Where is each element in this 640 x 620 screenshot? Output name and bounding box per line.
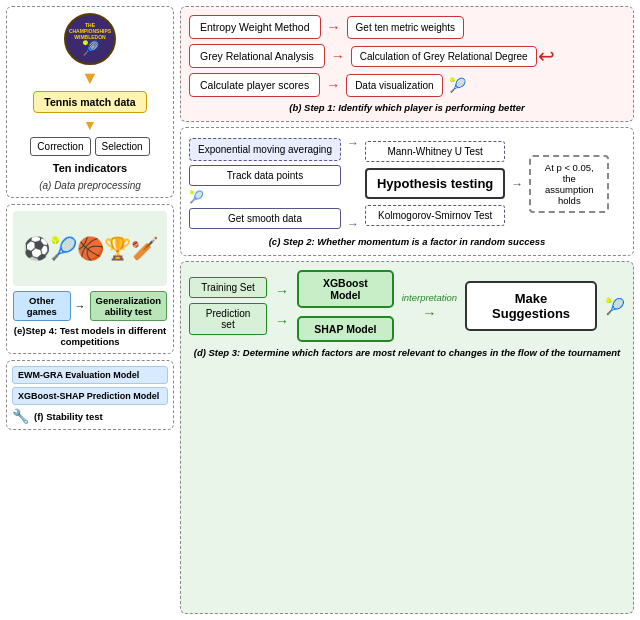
arrow-down2-icon: ▼ bbox=[83, 117, 97, 133]
green-arrows-col: → → bbox=[275, 276, 289, 336]
assumption-box: At p < 0.05, the assumption holds bbox=[529, 155, 609, 213]
panel-b-label: (b) Step 1: Identify which player is per… bbox=[189, 102, 625, 113]
smooth-box: Get smooth data bbox=[189, 208, 341, 229]
panel-a-label: (a) Data preprocessing bbox=[39, 180, 141, 191]
panel-e-bottom-row: Other games → Generalization ability tes… bbox=[13, 291, 167, 321]
panel-d: Training Set Prediction set → → XGBoost … bbox=[180, 261, 634, 614]
sports-image: ⚽🎾🏀🏆🏏 bbox=[13, 211, 167, 286]
step-row-2: Grey Relational Analysis → Calculation o… bbox=[189, 44, 625, 68]
ema-ball-icon: 🎾 bbox=[189, 190, 204, 204]
panel-f-label: (f) Stability test bbox=[34, 411, 103, 422]
shap-model-box: SHAP Model bbox=[297, 316, 394, 342]
logo-text: THECHAMPIONSHIPSWIMBLEDON bbox=[69, 22, 111, 40]
panel-c-content: Exponential moving averaging Track data … bbox=[189, 136, 625, 231]
data-viz-box: Data visualization bbox=[346, 74, 442, 97]
sports-icons: ⚽🎾🏀🏆🏏 bbox=[23, 236, 158, 262]
arrow-r3: → bbox=[326, 77, 340, 93]
track-box: Track data points bbox=[189, 165, 341, 186]
prediction-set-box: Prediction set bbox=[189, 303, 267, 335]
panel-c-label: (c) Step 2: Whether momentum is a factor… bbox=[189, 236, 625, 247]
grey-relational-box: Grey Relational Analysis bbox=[189, 44, 325, 68]
arrow-right-icon: → bbox=[75, 300, 86, 312]
tests-col: Mann-Whitney U Test Hypothesis testing K… bbox=[365, 141, 505, 226]
interp-arrow-icon: → bbox=[422, 305, 436, 321]
ema-box: Exponential moving averaging bbox=[189, 138, 341, 161]
mann-box: Mann-Whitney U Test bbox=[365, 141, 505, 162]
correction-box: Correction bbox=[30, 137, 90, 156]
step-row-3: Calculate player scores → Data visualiza… bbox=[189, 73, 625, 97]
tennis-racket-d-icon: 🎾 bbox=[605, 297, 625, 316]
suggest-box: Make Suggestions bbox=[465, 281, 597, 331]
arrow-down-icon: ▼ bbox=[81, 69, 99, 87]
kolmo-box: Kolmogorov-Smirnov Test bbox=[365, 205, 505, 226]
correction-selection-row: Correction Selection bbox=[30, 137, 149, 156]
ema-col: Exponential moving averaging Track data … bbox=[189, 138, 341, 229]
step-rows: Entropy Weight Method → Get ten metric w… bbox=[189, 15, 625, 97]
sets-col: Training Set Prediction set bbox=[189, 277, 267, 335]
rackets-icon: 🎾 bbox=[82, 40, 99, 56]
panel-f-bottom: 🔧 (f) Stability test bbox=[12, 408, 168, 424]
ema-arrows-col: → → bbox=[347, 136, 359, 231]
panel-d-content: Training Set Prediction set → → XGBoost … bbox=[189, 270, 625, 342]
panel-d-label: (d) Step 3: Determine which factors are … bbox=[189, 347, 625, 358]
c-arrow-icon: → bbox=[511, 177, 523, 191]
panel-f: EWM-GRA Evaluation Model XGBoost-SHAP Pr… bbox=[6, 360, 174, 430]
model2-box: XGBoost-SHAP Prediction Model bbox=[12, 387, 168, 405]
curved-arrow-icon: ↩ bbox=[538, 44, 555, 68]
panel-a: THECHAMPIONSHIPSWIMBLEDON 🎾 ▼ Tennis mat… bbox=[6, 6, 174, 198]
right-column: Entropy Weight Method → Get ten metric w… bbox=[180, 6, 634, 614]
other-games-box: Other games bbox=[13, 291, 71, 321]
panel-b: Entropy Weight Method → Get ten metric w… bbox=[180, 6, 634, 122]
dashed-arrow-bottom: → bbox=[347, 217, 359, 231]
stability-icon: 🔧 bbox=[12, 408, 29, 424]
xgb-model-box: XGBoost Model bbox=[297, 270, 394, 308]
dashed-arrow-top: → bbox=[347, 136, 359, 150]
calc-relational-box: Calculation of Grey Relational Degree bbox=[351, 46, 537, 67]
left-column: THECHAMPIONSHIPSWIMBLEDON 🎾 ▼ Tennis mat… bbox=[6, 6, 174, 614]
calc-player-scores-box: Calculate player scores bbox=[189, 73, 320, 97]
ema-ball-row: 🎾 bbox=[189, 190, 341, 204]
green-arrow-top: → bbox=[275, 283, 289, 299]
arrow-r2: → bbox=[331, 48, 345, 64]
green-arrow-bottom: → bbox=[275, 313, 289, 329]
panel-e: ⚽🎾🏀🏆🏏 Other games → Generalization abili… bbox=[6, 204, 174, 354]
ten-indicators-label: Ten indicators bbox=[53, 162, 127, 174]
tennis-data-box: Tennis match data bbox=[33, 91, 146, 113]
entropy-weight-box: Entropy Weight Method bbox=[189, 15, 321, 39]
interp-col: interpretation → bbox=[402, 292, 457, 321]
panel-c: Exponential moving averaging Track data … bbox=[180, 127, 634, 256]
models-col: XGBoost Model SHAP Model bbox=[297, 270, 394, 342]
metric-weights-box: Get ten metric weights bbox=[347, 16, 464, 39]
panel-e-label: (e)Step 4: Test models in different comp… bbox=[13, 325, 167, 347]
hyp-testing-box: Hypothesis testing bbox=[365, 168, 505, 199]
step-row-1: Entropy Weight Method → Get ten metric w… bbox=[189, 15, 625, 39]
arrow-r1: → bbox=[327, 19, 341, 35]
model1-box: EWM-GRA Evaluation Model bbox=[12, 366, 168, 384]
training-set-box: Training Set bbox=[189, 277, 267, 298]
interp-label: interpretation bbox=[402, 292, 457, 303]
gen-ability-box: Generalization ability test bbox=[90, 291, 167, 321]
wimbledon-logo: THECHAMPIONSHIPSWIMBLEDON 🎾 bbox=[64, 13, 116, 65]
selection-box: Selection bbox=[95, 137, 150, 156]
step-rows-container: Entropy Weight Method → Get ten metric w… bbox=[189, 15, 625, 97]
tennis-ball-b-icon: 🎾 bbox=[449, 77, 466, 93]
